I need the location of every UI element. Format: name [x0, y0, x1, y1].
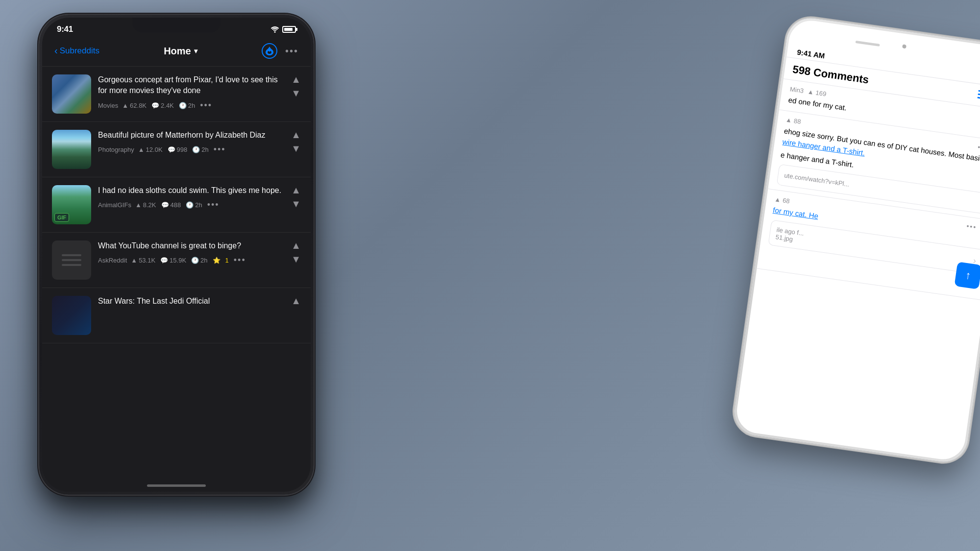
comment-username: Min3 [789, 85, 804, 95]
post-thumbnail: GIF [52, 185, 91, 224]
post-title: Gorgeous concept art from Pixar, I'd lov… [98, 74, 284, 96]
comment-count: 💬 488 [161, 201, 181, 209]
gif-badge: GIF [54, 213, 69, 222]
navigation-bar: ‹ Subreddits Home ▾ ••• [42, 38, 311, 67]
link-preview-url: ute.com/watch?v=kPl... [784, 171, 850, 188]
upvote-count: ▲ 53.1K [131, 257, 155, 264]
comment-actions: ••• 7d [966, 222, 980, 233]
upvote-count: ▲ 8.2K [135, 201, 156, 209]
link-preview-content: ile ago f... 51.jpg [775, 226, 805, 244]
comment-score-wrapper: ▲ 68 [774, 195, 790, 205]
camera-dot [902, 44, 906, 48]
vote-buttons: ▲ ▼ [291, 130, 301, 153]
downvote-button[interactable]: ▼ [291, 88, 301, 98]
post-subreddit: Movies [98, 102, 118, 109]
text-post-icon [54, 247, 89, 273]
comments-actions: ••• [977, 90, 980, 105]
post-age: 🕐 2h [191, 257, 207, 264]
chevron-down-icon: ▾ [194, 47, 197, 55]
feed-item[interactable]: What YouTube channel is great to binge? … [42, 233, 311, 288]
post-thumbnail [52, 130, 91, 169]
post-thumbnail [52, 296, 91, 335]
home-indicator [147, 484, 206, 487]
downvote-button[interactable]: ▼ [291, 199, 301, 209]
post-meta: Movies ▲ 62.8K 💬 2.4K 🕐 2h ••• [98, 100, 284, 111]
back-button[interactable]: ‹ Subreddits [54, 46, 99, 56]
post-title: I had no idea sloths could swim. This gi… [98, 185, 284, 196]
comment-count: 💬 15.9K [160, 257, 186, 264]
post-content: I had no idea sloths could swim. This gi… [98, 185, 284, 210]
comment-count: 💬 998 [168, 146, 188, 153]
post-more-icon[interactable]: ••• [207, 200, 220, 210]
popular-icon[interactable] [262, 43, 277, 59]
upvote-button[interactable]: ▲ [291, 130, 301, 140]
dark-iphone: 9:41 ‹ Subreddits [39, 15, 314, 495]
svg-rect-3 [978, 96, 980, 98]
post-subreddit: AskReddit [98, 257, 127, 264]
svg-rect-2 [978, 93, 980, 96]
post-thumbnail [52, 240, 91, 280]
downvote-button[interactable]: ▼ [291, 254, 301, 264]
post-stats: ▲ 12.0K 💬 998 🕐 2h ••• [138, 144, 226, 155]
sort-icon[interactable] [977, 90, 980, 102]
vote-buttons: ▲ ▼ [291, 74, 301, 98]
upvote-button[interactable]: ▲ [291, 74, 301, 84]
post-content: What YouTube channel is great to binge? … [98, 240, 284, 265]
upvote-button[interactable]: ▲ [291, 185, 301, 195]
post-content: Beautiful picture of Matterhorn by Aliza… [98, 130, 284, 155]
flame-svg [266, 47, 273, 55]
comment-score: ▲ 169 [807, 88, 827, 97]
wifi-icon [270, 26, 279, 33]
nav-right-actions: ••• [262, 43, 298, 59]
status-time-white: 9:41 AM [797, 48, 826, 60]
post-content: Gorgeous concept art from Pixar, I'd lov… [98, 74, 284, 111]
post-meta: AnimalGIFs ▲ 8.2K 💬 488 🕐 2h ••• [98, 200, 284, 210]
post-more-icon[interactable]: ••• [234, 255, 246, 265]
sort-svg [977, 90, 980, 100]
vote-buttons: ▲ ▼ [291, 240, 301, 264]
post-more-icon[interactable]: ••• [214, 144, 226, 155]
comment-more-icon[interactable]: ••• [977, 143, 980, 152]
post-meta: Photography ▲ 12.0K 💬 998 🕐 2h ••• [98, 144, 284, 155]
vote-buttons: ▲ ▼ [291, 185, 301, 209]
upvote-button[interactable]: ▲ [291, 296, 301, 306]
vote-buttons: ▲ [291, 296, 301, 306]
comment-score: ▲ 68 [774, 195, 790, 205]
downvote-button[interactable]: ▼ [291, 144, 301, 153]
upvote-button[interactable]: ▲ [291, 240, 301, 250]
post-stats: ▲ 8.2K 💬 488 🕐 2h ••• [135, 200, 220, 210]
post-title: What YouTube channel is great to binge? [98, 240, 284, 251]
post-thumbnail [52, 74, 91, 114]
status-time: 9:41 [57, 24, 73, 34]
comment-count: 💬 2.4K [151, 102, 174, 109]
upvote-count: ▲ 62.8K [122, 102, 147, 109]
feed-item[interactable]: GIF I had no idea sloths could swim. Thi… [42, 177, 311, 233]
post-content: Star Wars: The Last Jedi Official [98, 296, 284, 311]
post-title: Beautiful picture of Matterhorn by Aliza… [98, 130, 284, 141]
post-stats: ▲ 53.1K 💬 15.9K 🕐 2h ⭐ 1 ••• [131, 255, 245, 265]
back-label: Subreddits [60, 46, 99, 56]
post-subreddit: AnimalGIFs [98, 201, 131, 209]
scroll-to-top-button[interactable]: ↑ [955, 262, 980, 289]
post-age: 🕐 2h [179, 102, 195, 109]
back-chevron-icon: ‹ [54, 45, 58, 56]
more-options-icon[interactable]: ••• [285, 46, 298, 57]
feed-item[interactable]: Gorgeous concept art from Pixar, I'd lov… [42, 67, 311, 122]
comment-actions: ••• 7d [977, 143, 980, 153]
feed-item[interactable]: Star Wars: The Last Jedi Official ▲ [42, 288, 311, 343]
svg-point-0 [274, 31, 276, 33]
upvote-count: ▲ 12.0K [138, 146, 163, 153]
post-more-icon[interactable]: ••• [200, 100, 212, 111]
comment-more-icon[interactable]: ••• [966, 222, 978, 231]
gold-icon: ⭐ [213, 257, 220, 264]
home-title: Home [164, 46, 191, 57]
post-stats: ▲ 62.8K 💬 2.4K 🕐 2h ••• [122, 100, 212, 111]
comment-score: ▲ 88 [785, 116, 801, 125]
white-iphone: 9:41 AM 598 Comments ••• [731, 15, 980, 465]
status-icons [270, 26, 296, 33]
post-age: 🕐 2h [186, 201, 202, 209]
notch [132, 18, 220, 32]
nav-title[interactable]: Home ▾ [164, 46, 197, 57]
feed-item[interactable]: Beautiful picture of Matterhorn by Aliza… [42, 122, 311, 177]
post-age: 🕐 2h [192, 146, 208, 153]
